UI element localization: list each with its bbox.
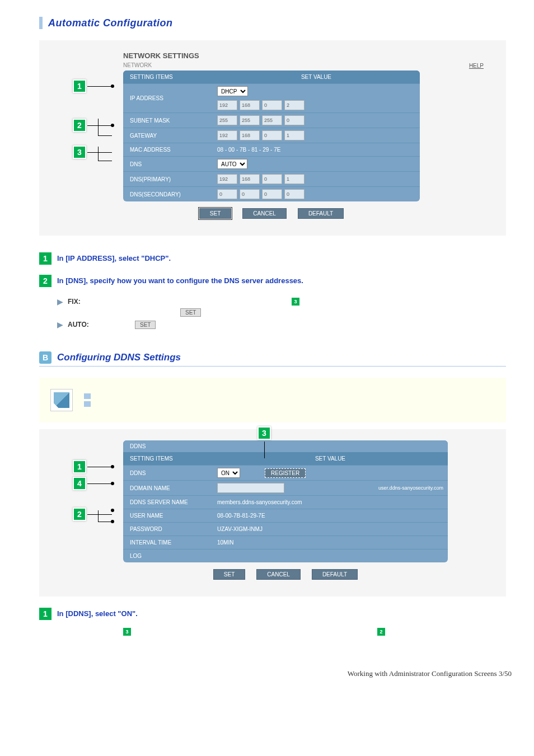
ddns-settings-panel: 3 DDNS SETTING ITEMS SET VALUE DDNS ON R… — [39, 429, 506, 597]
subnet-octet-2[interactable] — [240, 115, 260, 125]
ddns-mode-select[interactable]: ON — [217, 468, 240, 478]
domain-suffix: user.ddns-sanyosecurity.com — [378, 485, 443, 491]
step-text-ddns-1: In [DDNS], select "ON". — [57, 608, 138, 618]
dnsp-octet-2[interactable] — [240, 174, 260, 184]
ddns-title: DDNS — [123, 440, 448, 452]
row-ip-address: IP ADDRESS DHCP — [123, 83, 420, 112]
gateway-octet-2[interactable] — [240, 130, 260, 140]
bullet-auto-label: AUTO: — [68, 321, 124, 328]
dnss-octet-4[interactable] — [284, 189, 305, 199]
register-button[interactable]: REGISTER — [265, 468, 306, 478]
bullet-fix: ▶ FIX: 3 — [57, 297, 506, 306]
subnet-octet-4[interactable] — [284, 115, 305, 125]
bullet-fix-set: SET — [57, 308, 506, 317]
cancel-button[interactable]: CANCEL — [242, 208, 287, 219]
callout-dot — [111, 482, 114, 485]
row-dns-primary: DNS(PRIMARY) — [123, 171, 420, 186]
ddns-header: SETTING ITEMS SET VALUE — [123, 452, 448, 465]
gateway-octet-1[interactable] — [217, 130, 237, 140]
row-user: USER NAME 08-00-7B-81-29-7E — [123, 509, 448, 522]
ddns-header-right: SET VALUE — [213, 452, 448, 465]
ip-octet-4[interactable] — [284, 100, 305, 110]
step-num-2: 2 — [39, 275, 51, 287]
dnss-octet-2[interactable] — [240, 189, 260, 199]
label-gateway: GATEWAY — [123, 128, 213, 143]
domain-input[interactable] — [217, 483, 284, 493]
label-dns: DNS — [123, 157, 213, 171]
label-mac: MAC ADDRESS — [123, 143, 213, 156]
value-server: members.ddns-sanyosecurity.com — [213, 496, 448, 509]
gateway-octet-4[interactable] — [284, 130, 305, 140]
callout-dot — [111, 84, 114, 88]
network-button-row: SET CANCEL DEFAULT — [123, 208, 420, 219]
network-settings-panel: NETWORK SETTINGS NETWORK HELP SETTING IT… — [39, 40, 506, 236]
ip-octet-1[interactable] — [217, 100, 237, 110]
ddns-settings-table: DDNS SETTING ITEMS SET VALUE DDNS ON REG… — [123, 440, 448, 562]
row-password: PASSWORD UZAV-XIGM-INMJ — [123, 522, 448, 536]
callout-line — [264, 442, 265, 458]
ddns-default-button[interactable]: DEFAULT — [312, 569, 358, 580]
subsection-title-ddns: Configuring DDNS Settings — [57, 352, 181, 363]
header-set-value: SET VALUE — [213, 71, 420, 83]
network-settings-table: SETTING ITEMS SET VALUE IP ADDRESS DHCP — [123, 71, 420, 201]
value-user: 08-00-7B-81-29-7E — [213, 509, 448, 522]
callout-line — [87, 86, 112, 87]
step-2: 2 In [DNS], specify how you want to conf… — [39, 275, 506, 287]
step-1: 1 In [IP ADDRESS], select "DHCP". — [39, 252, 506, 265]
arrow-icon: ▶ — [57, 320, 63, 329]
label-dns-primary: DNS(PRIMARY) — [123, 172, 213, 186]
callout-line — [98, 510, 99, 522]
row-log: LOG — [123, 549, 448, 562]
dnss-octet-3[interactable] — [262, 189, 282, 199]
subsection-header-ddns: B Configuring DDNS Settings — [39, 351, 506, 367]
ip-mode-select[interactable]: DHCP — [217, 86, 248, 96]
gateway-octet-3[interactable] — [262, 130, 282, 140]
callout-4-ddns: 4 — [73, 477, 86, 490]
row-subnet: SUBNET MASK — [123, 112, 420, 128]
callout-line — [87, 467, 112, 467]
set-button[interactable]: SET — [199, 208, 231, 219]
value-mac: 08 - 00 - 7B - 81 - 29 - 7E — [213, 143, 420, 156]
label-ddns: DDNS — [123, 466, 213, 480]
callout-line — [87, 152, 112, 153]
step-text-2: In [DNS], specify how you want to config… — [57, 275, 303, 285]
note-bars — [84, 393, 91, 407]
note-box — [39, 378, 506, 422]
label-subnet: SUBNET MASK — [123, 113, 213, 128]
dnsp-octet-4[interactable] — [284, 174, 305, 184]
panel-title: NETWORK SETTINGS — [123, 51, 489, 60]
bullet-auto: ▶ AUTO: SET — [57, 320, 506, 329]
row-dns: DNS AUTO — [123, 156, 420, 171]
section-bar — [39, 17, 43, 29]
ip-octet-2[interactable] — [240, 100, 260, 110]
callout-line — [98, 119, 99, 135]
dnsp-octet-1[interactable] — [217, 174, 237, 184]
note-icon — [50, 389, 73, 411]
label-interval: INTERVAL TIME — [123, 536, 213, 549]
ip-octet-3[interactable] — [262, 100, 282, 110]
label-domain: DOMAIN NAME — [123, 481, 213, 495]
set-button-auto[interactable]: SET — [135, 321, 156, 329]
callout-line — [87, 483, 112, 484]
callout-dot — [111, 124, 114, 127]
callout-line — [98, 135, 112, 136]
help-link[interactable]: HELP — [469, 63, 484, 69]
default-button[interactable]: DEFAULT — [298, 208, 344, 219]
dnss-octet-1[interactable] — [217, 189, 237, 199]
ddns-button-row: SET CANCEL DEFAULT — [123, 569, 448, 580]
header-setting-items: SETTING ITEMS — [123, 71, 213, 83]
panel-subtitle: NETWORK — [123, 62, 489, 68]
subnet-octet-3[interactable] — [262, 115, 282, 125]
step-list-auto: 1 In [IP ADDRESS], select "DHCP". 2 In [… — [39, 252, 506, 329]
callout-line — [87, 125, 112, 126]
row-domain: DOMAIN NAME user.ddns-sanyosecurity.com — [123, 480, 448, 495]
ddns-cancel-button[interactable]: CANCEL — [256, 569, 301, 580]
subnet-octet-1[interactable] — [217, 115, 237, 125]
ref-2-bottom: 2 — [377, 628, 385, 636]
dns-mode-select[interactable]: AUTO — [217, 159, 247, 169]
subsection-letter: B — [39, 351, 51, 364]
dnsp-octet-3[interactable] — [262, 174, 282, 184]
set-button-fix[interactable]: SET — [180, 308, 201, 317]
step-num-ddns-1: 1 — [39, 608, 51, 620]
ddns-set-button[interactable]: SET — [213, 569, 245, 580]
